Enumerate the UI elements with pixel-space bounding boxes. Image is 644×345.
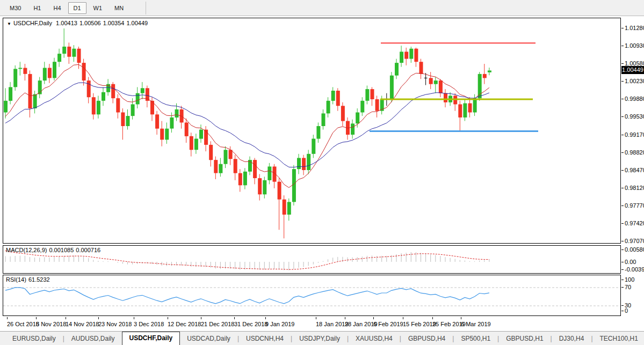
- price-tick-label: 0.99530: [621, 113, 644, 120]
- date-label: 18 Jan 2019: [316, 321, 349, 327]
- toolbar-separator: [146, 2, 146, 14]
- tab-usdcad-daily[interactable]: USDCAD,Daily: [180, 333, 237, 345]
- timeframe-button-w1[interactable]: W1: [88, 2, 108, 14]
- price-tick-label: 0.97070: [621, 237, 644, 245]
- macd-signal-value: 0.000716: [76, 247, 100, 253]
- date-label: 3 Dec 2018: [134, 321, 164, 327]
- date-tick: [98, 317, 99, 319]
- rsi-pane[interactable]: RSI(14)61.5232: [3, 275, 621, 316]
- rsi-tick-label: 0: [621, 307, 628, 314]
- timeframe-button-mn[interactable]: MN: [109, 2, 129, 14]
- tab-usdcnh-h4[interactable]: USDCNH,H4: [239, 333, 291, 345]
- rsi-tick-label: 100: [621, 276, 634, 283]
- price-tick-label: 0.98470: [621, 166, 644, 174]
- date-tick: [168, 317, 168, 319]
- chart-window: ▼USDCHF,Daily 1.004131.005061.003541.004…: [0, 17, 644, 331]
- macd-tick-label: 0.00: [621, 258, 636, 266]
- price-tick-label: 0.97770: [621, 202, 644, 209]
- price-tick-label: 0.97420: [621, 219, 644, 227]
- date-label: 9 Jan 2019: [265, 321, 294, 327]
- timeframe-button-d1[interactable]: D1: [68, 2, 86, 14]
- tab-eurusd-daily[interactable]: EURUSD,Daily: [5, 333, 63, 345]
- date-tick: [234, 317, 235, 319]
- ohlc-open: 1.00413: [56, 20, 77, 26]
- rsi-canvas[interactable]: [3, 275, 620, 315]
- timeframe-buttons: M30H1H4D1W1MN: [4, 2, 131, 14]
- date-label: 26 Oct 2018: [7, 321, 39, 327]
- timeframe-toolbar: M30H1H4D1W1MN: [0, 0, 644, 16]
- date-label: 28 Jan 2019: [345, 321, 378, 327]
- date-label: 5 Nov 2018: [36, 321, 66, 327]
- macd-pane[interactable]: MACD(12,26,9)0.0010850.000716: [3, 245, 621, 274]
- timeframe-button-h4[interactable]: H4: [48, 2, 66, 14]
- price-tick-label: 0.98820: [621, 149, 644, 156]
- chart-tabs: EURUSD,Daily|AUDUSD,DailyUSDCHF,DailyUSD…: [5, 332, 644, 345]
- tab-gbpusd-h1[interactable]: GBPUSD,H1: [499, 333, 550, 345]
- price-tick-label: 1.00230: [621, 77, 644, 85]
- date-axis[interactable]: 26 Oct 20185 Nov 201814 Nov 201823 Nov 2…: [3, 317, 644, 330]
- current-price-badge: 1.00449: [621, 66, 644, 74]
- ohlc-close: 1.00449: [126, 20, 148, 26]
- date-tick: [461, 317, 461, 319]
- date-tick: [373, 317, 374, 319]
- macd-tick-label: 0.005802: [621, 246, 644, 253]
- rsi-value: 61.5232: [28, 276, 50, 283]
- price-tick-label: 1.00930: [621, 42, 644, 49]
- date-tick: [36, 317, 37, 319]
- macd-tick-label: -0.003945: [621, 266, 644, 273]
- rsi-name: RSI(14): [6, 276, 26, 283]
- chart-tabbar: EURUSD,Daily|AUDUSD,DailyUSDCHF,DailyUSD…: [0, 331, 644, 345]
- date-tick: [403, 317, 403, 319]
- mt4-window: M30H1H4D1W1MN ▼USDCHF,Daily 1.004131.005…: [0, 0, 644, 345]
- date-tick: [265, 317, 266, 319]
- tab-dj30-h4[interactable]: DJ30,H4: [552, 333, 591, 345]
- macd-main-value: 0.001085: [49, 247, 74, 253]
- date-label: 31 Dec 2018: [234, 321, 267, 327]
- tab-audusd-daily[interactable]: AUDUSD,Daily: [64, 333, 122, 345]
- date-tick: [66, 317, 66, 319]
- date-label: 14 Nov 2018: [66, 321, 99, 327]
- tab-tech100-h1[interactable]: TECH100,H1: [593, 333, 644, 345]
- ohlc-high: 1.00506: [79, 20, 101, 26]
- chart-title: ▼USDCHF,Daily 1.004131.005061.003541.004…: [7, 20, 150, 26]
- macd-label: MACD(12,26,9)0.0010850.000716: [6, 247, 103, 253]
- macd-axis: 0.0058020.00-0.003945: [621, 245, 644, 274]
- main-chart-pane[interactable]: ▼USDCHF,Daily 1.004131.005061.003541.004…: [3, 18, 621, 244]
- tab-xauusd-h4[interactable]: XAUUSD,H4: [349, 333, 400, 345]
- tab-sp500-h1[interactable]: SP500,H1: [454, 333, 497, 345]
- price-tick-label: 0.98120: [621, 184, 644, 192]
- timeframe-button-m30[interactable]: M30: [4, 2, 26, 14]
- chart-symbol: USDCHF,Daily: [13, 20, 52, 26]
- date-label: 15 Feb 2019: [403, 321, 436, 327]
- tab-usdchf-daily[interactable]: USDCHF,Daily: [122, 332, 180, 345]
- timeframe-button-h1[interactable]: H1: [28, 2, 46, 14]
- date-tick: [7, 317, 8, 319]
- date-tick: [316, 317, 316, 319]
- date-label: 6 Mar 2019: [461, 321, 491, 327]
- date-tick: [134, 317, 134, 319]
- price-tick-label: 1.01280: [621, 24, 644, 32]
- chart-collapse-icon[interactable]: ▼: [7, 21, 11, 26]
- date-label: 6 Feb 2019: [373, 321, 403, 327]
- price-tick-label: 0.99170: [621, 131, 644, 138]
- macd-name: MACD(12,26,9): [6, 247, 47, 253]
- rsi-axis: 10070300: [621, 275, 644, 316]
- date-label: 23 Nov 2018: [98, 321, 132, 327]
- candlestick-canvas[interactable]: [3, 18, 620, 243]
- date-label: 12 Dec 2018: [168, 321, 201, 327]
- date-tick: [201, 317, 201, 319]
- ohlc-low: 1.00354: [103, 20, 125, 26]
- tab-gbpusd-h4[interactable]: GBPUSD,H4: [401, 333, 452, 345]
- price-axis[interactable]: 1.012801.009301.005801.002300.998800.995…: [621, 18, 644, 244]
- rsi-label: RSI(14)61.5232: [6, 276, 52, 283]
- tab-usdjpy-daily[interactable]: USDJPY,Daily: [292, 333, 347, 345]
- date-tick: [432, 317, 433, 319]
- price-tick-label: 0.99880: [621, 95, 644, 102]
- date-tick: [345, 317, 345, 319]
- rsi-tick-label: 70: [621, 283, 631, 291]
- date-label: 21 Dec 2018: [201, 321, 234, 327]
